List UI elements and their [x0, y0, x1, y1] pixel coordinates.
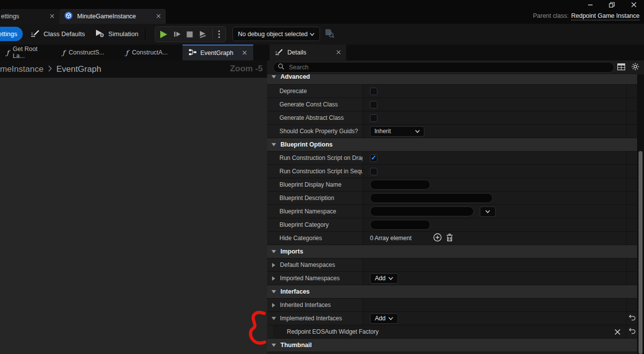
property-label-text: Implemented Interfaces	[280, 315, 342, 322]
graph-tab-eventgraph[interactable]: EventGraph	[183, 45, 253, 60]
search-box[interactable]	[273, 62, 614, 73]
category-label: Imports	[280, 248, 303, 255]
category-imports[interactable]: Imports	[267, 245, 637, 258]
property-row-default-namespaces: Default Namespaces	[267, 258, 637, 272]
reset-column	[626, 299, 637, 311]
scrollbar-thumb[interactable]	[639, 151, 643, 354]
triangle-right-icon[interactable]	[272, 303, 276, 307]
category-advanced[interactable]: Advanced	[267, 74, 637, 85]
graph-tab-label: ConstructS...	[69, 49, 104, 56]
triangle-right-icon[interactable]	[272, 263, 276, 267]
category-thumbnail[interactable]: Thumbnail	[267, 339, 637, 352]
checkbox-generate-const-class[interactable]	[370, 101, 377, 108]
property-row-deprecate: Deprecate	[267, 85, 637, 98]
class-settings-button[interactable]: ettings	[0, 27, 23, 41]
frame-advance-button[interactable]	[174, 31, 181, 38]
category-blueprint-options[interactable]: Blueprint Options	[267, 138, 637, 152]
property-label: Imported Namespaces	[267, 272, 363, 285]
class-defaults-button[interactable]: Class Defaults	[31, 27, 85, 41]
close-tab-icon[interactable]	[336, 49, 341, 56]
close-window-button[interactable]	[626, 1, 641, 8]
graph-tab-constructa-[interactable]: ƒConstructA...	[119, 45, 183, 60]
checkbox-run-construction-script-in-sequ[interactable]	[370, 168, 377, 175]
reset-column	[626, 325, 637, 338]
reset-to-default-icon[interactable]	[628, 328, 636, 336]
details-property-list: AdvancedDeprecateGenerate Const ClassGen…	[267, 74, 637, 354]
triangle-down-icon[interactable]	[272, 344, 276, 347]
property-label-text: Hide Categories	[279, 235, 322, 242]
textfield-blueprint-display-name[interactable]	[370, 180, 430, 190]
triangle-down-icon[interactable]	[272, 317, 276, 320]
reset-to-default-icon[interactable]	[628, 314, 636, 322]
row-filler	[267, 352, 637, 354]
eject-button[interactable]	[198, 31, 207, 38]
graph-tab-get-root-la-[interactable]: ƒGet Root La...	[0, 45, 56, 60]
property-label: Blueprint Namespace	[267, 205, 363, 218]
category-interfaces[interactable]: Interfaces	[267, 285, 637, 299]
reset-column	[626, 312, 637, 325]
checkbox-run-construction-script-on-drag[interactable]: ✓	[370, 154, 377, 162]
maximize-button[interactable]	[604, 1, 619, 8]
blueprint-icon	[64, 11, 73, 21]
property-label: Hide Categories	[267, 232, 363, 245]
more-options-button[interactable]	[218, 30, 220, 38]
minimize-button[interactable]	[583, 1, 598, 8]
breadcrumb-current[interactable]: EventGraph	[56, 64, 101, 74]
search-input[interactable]	[288, 63, 609, 71]
property-value	[363, 111, 626, 124]
category-label: Advanced	[280, 74, 310, 80]
tab-minutegameinstance[interactable]: MinuteGameInstance	[59, 9, 166, 24]
reset-column	[626, 85, 637, 98]
triangle-down-icon[interactable]	[272, 290, 276, 294]
tab-details[interactable]: Details	[270, 45, 346, 60]
property-label-text: Run Construction Script on Drag	[279, 154, 363, 161]
debug-object-dropdown[interactable]: No debug object selected	[232, 27, 320, 41]
textfield-blueprint-namespace[interactable]	[370, 206, 474, 216]
function-icon: ƒ	[62, 49, 65, 56]
details-scrollbar[interactable]	[637, 74, 644, 354]
chevron-down-icon	[388, 315, 393, 322]
dropdown-should-cook-property-guids[interactable]: Inherit	[370, 126, 424, 137]
settings-gear-icon[interactable]	[632, 63, 639, 72]
triangle-down-icon[interactable]	[272, 75, 276, 79]
reset-column	[626, 272, 637, 285]
blueprint-toolbar: ettings Class Defaults Simulation	[0, 24, 644, 45]
add-button-imported-namespaces[interactable]: Add	[370, 273, 398, 284]
checkbox-generate-abstract-class[interactable]	[370, 114, 377, 122]
property-label: Blueprint Description	[267, 192, 363, 204]
play-button[interactable]	[159, 30, 168, 39]
triangle-down-icon[interactable]	[272, 250, 276, 253]
close-tab-icon[interactable]	[50, 13, 54, 20]
property-row-imported-namespaces: Imported NamespacesAdd	[267, 272, 637, 285]
add-button-implemented-interfaces[interactable]: Add	[370, 313, 398, 324]
close-tab-icon[interactable]	[156, 13, 161, 20]
breadcrumb: meInstance EventGraph Zoom -5	[0, 60, 267, 78]
parent-class-link[interactable]: Redpoint Game Instance	[571, 12, 640, 20]
clear-array-icon[interactable]	[446, 234, 453, 243]
close-tab-icon[interactable]	[242, 50, 247, 56]
property-label-text: Generate Const Class	[279, 101, 338, 108]
add-array-element-icon[interactable]	[433, 233, 442, 243]
find-in-blueprint-button[interactable]	[324, 29, 334, 40]
reset-column	[626, 192, 637, 204]
graph-canvas[interactable]	[0, 78, 267, 354]
namespace-dropdown-button[interactable]	[480, 206, 496, 217]
textfield-blueprint-category[interactable]	[370, 220, 430, 230]
checkbox-deprecate[interactable]	[370, 88, 377, 95]
triangle-right-icon[interactable]	[272, 276, 276, 281]
graph-tab-constructs-[interactable]: ƒConstructS...	[56, 45, 119, 60]
tab-label: ettings	[1, 13, 19, 20]
property-row-inherited-interfaces: Inherited Interfaces	[267, 299, 637, 312]
property-label-text: Default Namespaces	[280, 261, 335, 268]
tab-settings[interactable]: ettings	[0, 9, 59, 24]
textfield-blueprint-description[interactable]	[370, 193, 493, 203]
class-defaults-icon	[31, 30, 40, 39]
simulation-button[interactable]: Simulation	[95, 27, 138, 41]
display-options-icon[interactable]	[617, 63, 625, 72]
stop-button[interactable]	[186, 31, 193, 38]
triangle-down-icon[interactable]	[272, 143, 276, 147]
breadcrumb-trail[interactable]: meInstance	[0, 64, 44, 74]
property-value	[363, 299, 626, 311]
remove-interface-icon[interactable]	[614, 329, 621, 335]
play-controls-group	[155, 26, 226, 42]
